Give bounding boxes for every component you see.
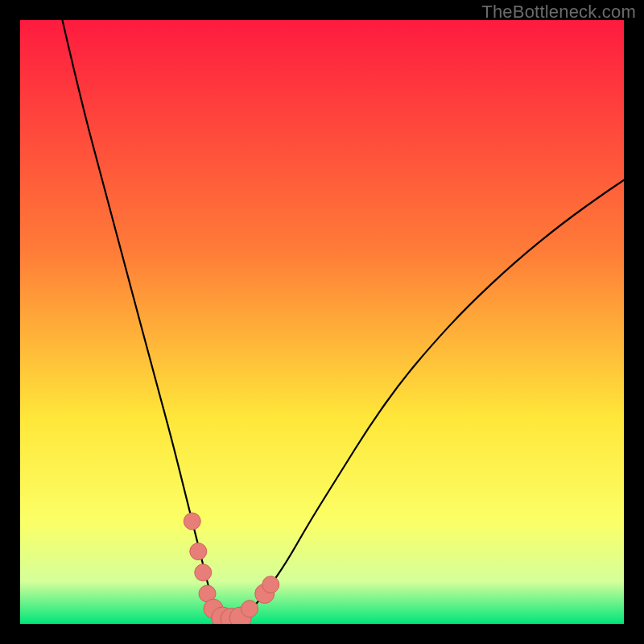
curve-marker (262, 576, 279, 593)
plot-area (20, 20, 624, 624)
curve-marker (242, 601, 258, 617)
watermark-text: TheBottleneck.com (481, 2, 636, 23)
chart-frame: TheBottleneck.com (0, 0, 644, 644)
bottleneck-chart-svg (20, 20, 624, 624)
gradient-background (20, 20, 624, 624)
curve-marker (195, 564, 212, 581)
curve-marker (184, 513, 200, 530)
curve-marker (190, 543, 207, 560)
